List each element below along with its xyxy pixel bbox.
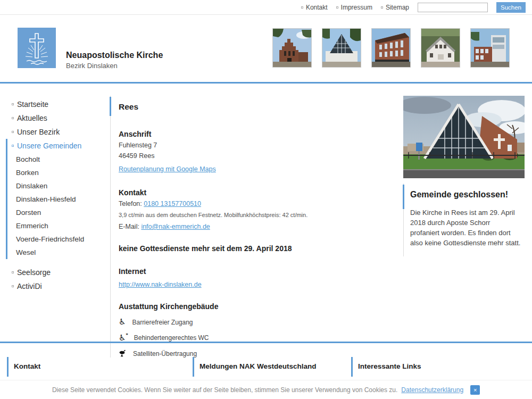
sidebar-item-unsere-gemeinden[interactable]: Unsere Gemeinden [7, 139, 105, 153]
email-label: E-Mail: [119, 223, 139, 230]
closure-notice: keine Gottesdienste mehr seit dem 29. Ap… [119, 244, 391, 253]
square-bullet-icon [12, 131, 14, 133]
website-link[interactable]: http://www.nak-dinslaken.de [119, 281, 202, 288]
church-photo-5 [470, 28, 510, 68]
privacy-policy-link[interactable]: Datenschutzerklärung [401, 386, 463, 394]
header-photo-strip [272, 28, 510, 68]
rees-church-photo [403, 96, 525, 178]
church-photo-2 [322, 28, 361, 68]
sidebar-item-label: Startseite [17, 100, 48, 109]
sidebar-item-dinslaken-hiesfeld[interactable]: Dinslaken-Hiesfeld [7, 193, 105, 206]
email-link[interactable]: info@nak-emmerich.de [141, 223, 210, 230]
page-title: Rees [119, 102, 391, 112]
aside-column: Gemeinde geschlossen! Die Kirche in Rees… [403, 96, 525, 256]
topbar-link-sitemap[interactable]: Sitemap [381, 4, 409, 11]
wheelchair-icon: ♿ [119, 318, 126, 326]
kontakt-heading: Kontakt [119, 188, 391, 197]
footer-col-meldungen: Meldungen NAK Westdeutschland [193, 357, 317, 377]
equip-row-accessible: ♿ Barrierefreier Zugang [119, 318, 391, 326]
sidebar-item-label: Seelsorge [17, 268, 51, 277]
cookie-banner: Diese Seite verwendet Cookies. Wenn Sie … [0, 380, 532, 399]
square-bullet-icon [12, 285, 14, 287]
wheelchair-wc-icon: ♿❞ [119, 334, 128, 342]
topbar-link-label: Sitemap [386, 4, 409, 11]
sidebar-item-label: Aktuelles [17, 114, 47, 122]
equip-row-wc: ♿❞ Behindertengerechtes WC [119, 334, 391, 342]
telefon-link[interactable]: 0180 13157700510 [144, 200, 201, 207]
sidebar-item-voerde-friedrichsfeld[interactable]: Voerde-Friedrichsfeld [7, 232, 105, 246]
aside-text: Die Kirche in Rees ist am 29. April 2018… [410, 207, 521, 248]
sidebar-item-actividi[interactable]: ActiviDi [7, 279, 105, 293]
equip-row-satellite: Satelliten-Übertragung [119, 350, 391, 358]
footer-heading: Kontakt [14, 362, 40, 370]
footer-col-kontakt: Kontakt [7, 357, 40, 377]
sidebar-nav: Startseite Aktuelles Unser Bezirk Unsere… [6, 97, 105, 293]
topbar-link-label: Impressum [341, 4, 372, 11]
sidebar-item-dorsten[interactable]: Dorsten [7, 206, 105, 219]
equip-label: Satelliten-Übertragung [133, 350, 197, 358]
footer-heading: Interessante Links [358, 362, 421, 370]
sidebar-group-gemeinden: Unsere Gemeinden Bocholt Borken Dinslake… [6, 139, 105, 259]
sidebar-item-startseite[interactable]: Startseite [7, 97, 105, 111]
header-divider [0, 82, 532, 84]
page: Kontakt Impressum Sitemap Suchen Neuapos… [0, 0, 532, 399]
topbar-link-kontakt[interactable]: Kontakt [301, 4, 328, 11]
square-bullet-icon [12, 145, 14, 147]
sidebar-item-label: Unsere Gemeinden [17, 142, 81, 150]
topbar-link-impressum[interactable]: Impressum [336, 4, 372, 11]
equip-label: Barrierefreier Zugang [132, 319, 193, 326]
footer-divider [0, 342, 532, 343]
aside-heading: Gemeinde geschlossen! [410, 190, 525, 200]
email-line: E-Mail: info@nak-emmerich.de [119, 223, 391, 230]
sidebar-item-label: ActiviDi [17, 282, 42, 290]
cookie-text: Diese Seite verwendet Cookies. Wenn Sie … [52, 386, 397, 394]
main-content: Rees Anschrift Fuhlensteg 7 46459 Rees R… [110, 96, 391, 358]
heading-accent-bar [403, 185, 404, 209]
footer-col-links: Interessante Links [351, 357, 421, 377]
sidebar-item-label: Unser Bezirk [17, 128, 60, 136]
square-bullet-icon [381, 6, 383, 9]
nak-logo-icon [18, 28, 56, 68]
topbar: Kontakt Impressum Sitemap Suchen [0, 0, 532, 15]
city-line: 46459 Rees [119, 152, 391, 160]
sidebar-item-seelsorge[interactable]: Seelsorge [7, 265, 105, 279]
sidebar-item-bocholt[interactable]: Bocholt [7, 153, 105, 166]
site-subtitle: Bezirk Dinslaken [66, 62, 118, 70]
telefon-label: Telefon: [119, 200, 142, 207]
sidebar-item-emmerich[interactable]: Emmerich [7, 219, 105, 232]
square-bullet-icon [12, 117, 14, 119]
cookie-close-button[interactable]: × [470, 385, 480, 395]
telefon-line: Telefon: 0180 13157700510 [119, 200, 391, 207]
church-photo-4 [421, 28, 460, 68]
google-maps-link[interactable]: Routenplanung mit Google Maps [119, 165, 216, 173]
telefon-small-print: 3,9 ct/min aus dem deutschen Festnetz. M… [119, 212, 391, 218]
sidebar-item-unser-bezirk[interactable]: Unser Bezirk [7, 125, 105, 139]
sidebar-item-aktuelles[interactable]: Aktuelles [7, 111, 105, 125]
square-bullet-icon [12, 271, 14, 273]
aside-box: Gemeinde geschlossen! Die Kirche in Rees… [403, 184, 525, 256]
footer-heading: Meldungen NAK Westdeutschland [200, 362, 317, 370]
sidebar-item-borken[interactable]: Borken [7, 166, 105, 179]
ausstattung-heading: Austattung Kirchengebäude [119, 302, 391, 311]
square-bullet-icon [336, 6, 338, 9]
topbar-link-label: Kontakt [306, 4, 328, 11]
church-photo-1 [272, 28, 312, 68]
internet-heading: Internet [119, 267, 391, 276]
street-line: Fuhlensteg 7 [119, 142, 391, 149]
satellite-icon [119, 350, 127, 358]
heading-accent-bar [110, 97, 111, 116]
equip-label: Behindertengerechtes WC [134, 334, 209, 342]
site-title: Neuapostolische Kirche [66, 51, 163, 60]
square-bullet-icon [12, 103, 14, 105]
sidebar-item-wesel[interactable]: Wesel [7, 246, 105, 259]
square-bullet-icon [301, 6, 303, 9]
anschrift-heading: Anschrift [119, 130, 391, 138]
sidebar-item-dinslaken[interactable]: Dinslaken [7, 179, 105, 193]
search-input[interactable] [418, 3, 488, 12]
church-photo-3 [371, 28, 411, 68]
search-button[interactable]: Suchen [496, 2, 526, 13]
